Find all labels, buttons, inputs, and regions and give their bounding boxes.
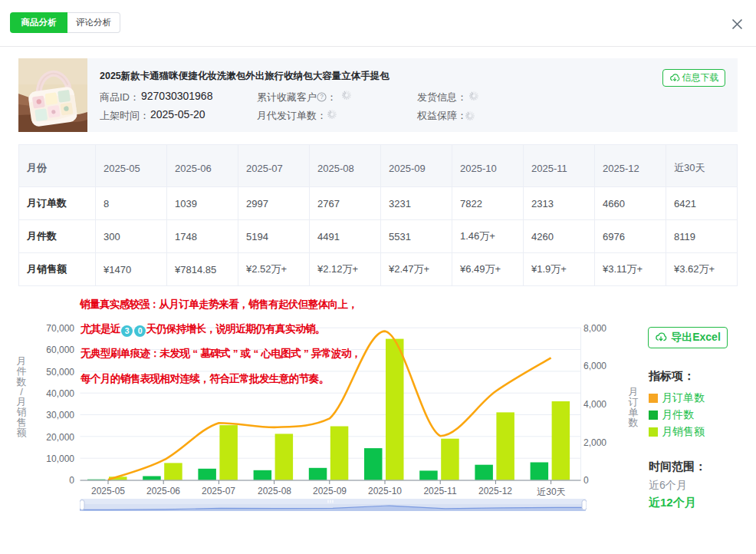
svg-text:?: ? xyxy=(320,93,324,101)
